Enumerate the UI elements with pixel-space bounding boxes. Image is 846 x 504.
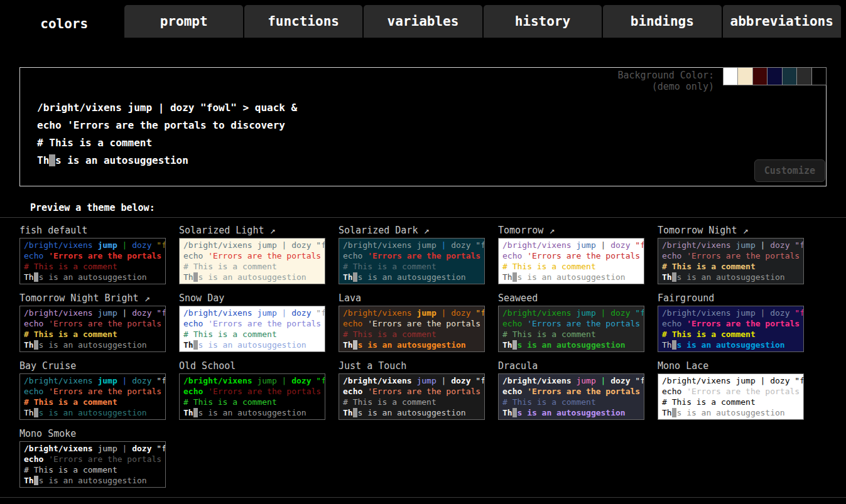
theme-card-just-a-touch[interactable]: /bright/vixens jump | dozy "fowl" > quac… <box>339 373 485 420</box>
theme-cell-tomorrow-night-bright: Tomorrow Night Bright ↗/bright/vixens ju… <box>19 291 166 352</box>
background-swatch-3[interactable] <box>767 67 783 85</box>
code-line: This is an autosuggestion <box>24 475 161 486</box>
theme-label-tomorrow-night-bright[interactable]: Tomorrow Night Bright ↗ <box>19 291 166 306</box>
tab-bindings[interactable]: bindings <box>603 5 721 38</box>
theme-label-tomorrow[interactable]: Tomorrow ↗ <box>498 223 644 238</box>
theme-label-solarized-dark[interactable]: Solarized Dark ↗ <box>339 223 485 238</box>
tab-variables[interactable]: variables <box>364 5 482 38</box>
customize-button[interactable]: Customize <box>754 159 825 182</box>
token-comment: # This is a comment <box>502 397 596 407</box>
token-autosuggestion: s is an autosuggestion <box>198 408 306 417</box>
token-cmd: dozy <box>770 308 794 318</box>
code-line: echo 'Errors are the portals to discover… <box>24 250 161 261</box>
theme-card-lava[interactable]: /bright/vixens jump | dozy "fowl" > quac… <box>339 306 485 352</box>
tab-prompt[interactable]: prompt <box>124 5 242 38</box>
token-comment: # This is a comment <box>37 137 152 149</box>
tab-colors[interactable]: colors <box>5 5 123 43</box>
theme-cell-seaweed: Seaweed/bright/vixens jump | dozy "fowl"… <box>498 291 644 352</box>
token-err: 'Errors are the portals to discovery <box>48 454 166 464</box>
token-text: Th <box>37 154 49 166</box>
theme-cell-lava: Lava/bright/vixens jump | dozy "fowl" > … <box>339 291 485 352</box>
code-line: /bright/vixens jump | dozy "fowl" > quac… <box>343 375 480 386</box>
external-link-icon: ↗ <box>543 225 555 236</box>
tab-abbreviations[interactable]: abbreviations <box>723 5 841 38</box>
tab-history[interactable]: history <box>484 5 602 38</box>
token-param: jump <box>128 102 153 114</box>
token-cmd: /bright/vixens <box>24 240 97 250</box>
token-cmd: /bright/vixens <box>343 308 416 318</box>
theme-card-fairground[interactable]: /bright/vixens jump | dozy "fowl" > quac… <box>658 306 804 352</box>
code-line: echo 'Errors are the portals to discover… <box>662 386 800 397</box>
token-param: jump <box>97 444 117 453</box>
token-pipe: | <box>277 308 291 318</box>
theme-card-solarized-light[interactable]: /bright/vixens jump | dozy "fowl" > quac… <box>179 238 325 284</box>
theme-card-mono-lace[interactable]: /bright/vixens jump | dozy "fowl" > quac… <box>658 373 804 420</box>
code-line: # This is a comment <box>502 397 640 407</box>
token-autosuggestion: s is an autosuggestion <box>55 154 188 166</box>
theme-card-old-school[interactable]: /bright/vixens jump | dozy "fowl" > quac… <box>179 373 325 420</box>
background-swatch-4[interactable] <box>782 67 798 85</box>
external-link-icon: ↗ <box>139 292 150 304</box>
code-line: /bright/vixens jump | dozy "fowl" > quac… <box>24 308 161 318</box>
tab-bar: colorspromptfunctionsvariableshistorybin… <box>0 0 846 39</box>
code-line: /bright/vixens jump | dozy "fowl" > quac… <box>183 375 321 386</box>
code-line: /bright/vixens jump | dozy "fowl" > quac… <box>343 308 480 318</box>
theme-name: Bay Cruise <box>19 360 76 372</box>
theme-label-tomorrow-night[interactable]: Tomorrow Night ↗ <box>658 223 804 238</box>
preview-heading: Preview a theme below: <box>30 202 155 213</box>
theme-cell-fish-default: fish default/bright/vixens jump | dozy "… <box>19 223 166 284</box>
background-swatch-2[interactable] <box>752 67 768 85</box>
token-autosuggestion: s is an autosuggestion <box>676 408 784 417</box>
theme-card-tomorrow[interactable]: /bright/vixens jump | dozy "fowl" > quac… <box>498 238 644 284</box>
token-param: jump <box>576 240 595 250</box>
token-cmd: echo <box>24 319 48 328</box>
tab-functions[interactable]: functions <box>244 5 362 38</box>
token-comment: # This is a comment <box>662 397 756 407</box>
token-quote: "fowl" <box>156 308 166 318</box>
token-pipe: | <box>277 240 291 250</box>
code-line: echo 'Errors are the portals to discover… <box>502 318 640 329</box>
theme-name: Dracula <box>498 360 538 372</box>
terminal-preview-panel: Background Color: (demo only) /bright/vi… <box>19 67 827 186</box>
theme-name: Lava <box>339 292 361 304</box>
code-line: # This is a comment <box>343 329 480 340</box>
code-line: echo 'Errors are the portals to discover… <box>343 318 480 329</box>
theme-card-snow-day[interactable]: /bright/vixens jump | dozy "fowl" > quac… <box>179 306 325 352</box>
external-link-icon: ↗ <box>737 225 748 236</box>
top-divider <box>0 217 846 218</box>
code-line: This is an autosuggestion <box>183 272 321 282</box>
background-swatch-0[interactable] <box>723 67 739 85</box>
background-swatch-5[interactable] <box>796 67 812 85</box>
token-text: Th <box>24 408 34 417</box>
code-line: This is an autosuggestion <box>343 340 480 350</box>
theme-card-tomorrow-night-bright[interactable]: /bright/vixens jump | dozy "fowl" > quac… <box>19 306 166 352</box>
token-quote: "fowl" <box>635 240 644 250</box>
token-quote: "fowl" <box>794 240 804 250</box>
background-swatch-6[interactable] <box>811 67 827 85</box>
theme-card-solarized-dark[interactable]: /bright/vixens jump | dozy "fowl" > quac… <box>339 238 485 284</box>
theme-cell-just-a-touch: Just a Touch/bright/vixens jump | dozy "… <box>339 359 485 420</box>
token-param: jump <box>576 376 595 385</box>
token-err: 'Errors are the portals to discovery <box>686 387 804 396</box>
code-line: # This is a comment <box>343 261 480 272</box>
bottom-divider <box>0 497 846 498</box>
theme-card-mono-smoke[interactable]: /bright/vixens jump | dozy "fowl" > quac… <box>19 441 166 488</box>
theme-card-seaweed[interactable]: /bright/vixens jump | dozy "fowl" > quac… <box>498 306 644 352</box>
theme-label-snow-day: Snow Day <box>179 291 325 306</box>
theme-card-bay-cruise[interactable]: /bright/vixens jump | dozy "fowl" > quac… <box>19 373 166 420</box>
token-cmd: dozy <box>291 240 316 250</box>
theme-card-fish-default[interactable]: /bright/vixens jump | dozy "fowl" > quac… <box>19 238 166 284</box>
theme-label-solarized-light[interactable]: Solarized Light ↗ <box>179 223 325 238</box>
code-line: This is an autosuggestion <box>502 407 640 418</box>
theme-card-tomorrow-night[interactable]: /bright/vixens jump | dozy "fowl" > quac… <box>658 238 804 284</box>
theme-cell-tomorrow: Tomorrow ↗/bright/vixens jump | dozy "fo… <box>498 223 644 284</box>
token-quote: "fowl" <box>316 240 325 250</box>
token-err: 'Errors are the portals to discovery <box>527 387 644 396</box>
theme-cell-old-school: Old School/bright/vixens jump | dozy "fo… <box>179 359 325 420</box>
background-swatch-1[interactable] <box>737 67 753 85</box>
token-pipe: | <box>596 376 610 385</box>
token-text: Th <box>502 340 512 350</box>
theme-card-dracula[interactable]: /bright/vixens jump | dozy "fowl" > quac… <box>498 373 644 420</box>
token-comment: # This is a comment <box>343 262 437 271</box>
token-cmd: echo <box>24 251 48 260</box>
